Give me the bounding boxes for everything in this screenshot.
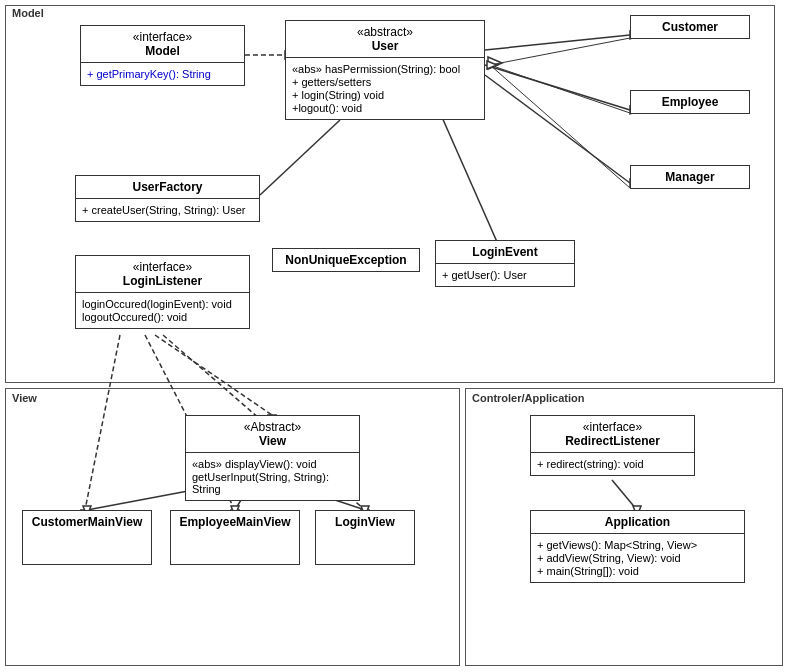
loginlistener-title: LoginListener	[123, 274, 202, 288]
user-method-2: + getters/setters	[292, 76, 478, 88]
model-stereotype: «interface»	[87, 30, 238, 44]
view-method-1: «abs» displayView(): void	[192, 458, 353, 470]
model-region-label: Model	[12, 7, 44, 19]
svg-line-4	[485, 65, 630, 110]
loginlistener-box-title: «interface» LoginListener	[76, 256, 249, 293]
loginlistener-body: loginOccured(loginEvent): void logoutOcc…	[76, 293, 249, 328]
loginevent-title: LoginEvent	[436, 241, 574, 264]
application-method-2: + addView(String, View): void	[537, 552, 738, 564]
diagram: Model View Controler/Application	[0, 0, 791, 672]
svg-line-2	[485, 35, 630, 50]
user-body: «abs» hasPermission(String): bool + gett…	[286, 58, 484, 119]
employeemainview-box: EmployeeMainView	[170, 510, 300, 565]
manager-title: Manager	[631, 166, 749, 188]
redirectlistener-method: + redirect(string): void	[537, 458, 688, 470]
view-box: «Abstract» View «abs» displayView(): voi…	[185, 415, 360, 501]
loginevent-box: LoginEvent + getUser(): User	[435, 240, 575, 287]
model-title: Model	[145, 44, 180, 58]
svg-line-29	[490, 65, 630, 113]
redirectlistener-stereotype: «interface»	[537, 420, 688, 434]
application-method-3: + main(String[]): void	[537, 565, 738, 577]
loginlistener-stereotype: «interface»	[82, 260, 243, 274]
redirectlistener-title: RedirectListener	[565, 434, 660, 448]
svg-line-18	[155, 335, 272, 415]
loginlistener-method-1: loginOccured(loginEvent): void	[82, 298, 243, 310]
customermainview-title: CustomerMainView	[23, 511, 151, 533]
user-method-3: + login(String) void	[292, 89, 478, 101]
manager-box: Manager	[630, 165, 750, 189]
redirectlistener-box: «interface» RedirectListener + redirect(…	[530, 415, 695, 476]
svg-line-6	[485, 75, 630, 183]
user-method-1: «abs» hasPermission(String): bool	[292, 63, 478, 75]
customer-box: Customer	[630, 15, 750, 39]
view-box-title: «Abstract» View	[186, 416, 359, 453]
loginlistener-box: «interface» LoginListener loginOccured(l…	[75, 255, 250, 329]
userfactory-method: + createUser(String, String): User	[82, 204, 253, 216]
svg-line-12	[85, 335, 120, 510]
user-box-title: «abstract» User	[286, 21, 484, 58]
svg-marker-31	[487, 61, 497, 69]
svg-line-28	[490, 38, 630, 65]
loginview-title: LoginView	[316, 511, 414, 533]
view-method-2: getUserInput(String, String): String	[192, 471, 353, 495]
model-box: «interface» Model + getPrimaryKey(): Str…	[80, 25, 245, 86]
svg-marker-8	[488, 57, 502, 69]
model-body: + getPrimaryKey(): String	[81, 63, 244, 85]
loginevent-body: + getUser(): User	[436, 264, 574, 286]
redirectlistener-box-title: «interface» RedirectListener	[531, 416, 694, 453]
view-title: View	[259, 434, 286, 448]
loginlistener-method-2: logoutOccured(): void	[82, 311, 243, 323]
view-body: «abs» displayView(): void getUserInput(S…	[186, 453, 359, 500]
application-title: Application	[531, 511, 744, 534]
user-title: User	[372, 39, 399, 53]
svg-line-26	[612, 480, 637, 510]
customer-title: Customer	[631, 16, 749, 38]
userfactory-box: UserFactory + createUser(String, String)…	[75, 175, 260, 222]
nonunique-title: NonUniqueException	[273, 249, 419, 271]
view-stereotype: «Abstract»	[192, 420, 353, 434]
view-region-label: View	[12, 392, 37, 404]
employee-box: Employee	[630, 90, 750, 114]
application-body: + getViews(): Map<String, View> + addVie…	[531, 534, 744, 582]
customermainview-box: CustomerMainView	[22, 510, 152, 565]
userfactory-body: + createUser(String, String): User	[76, 199, 259, 221]
userfactory-title: UserFactory	[76, 176, 259, 199]
model-method: + getPrimaryKey(): String	[87, 68, 238, 80]
user-stereotype: «abstract»	[292, 25, 478, 39]
employee-title: Employee	[631, 91, 749, 113]
loginevent-method: + getUser(): User	[442, 269, 568, 281]
employeemainview-title: EmployeeMainView	[171, 511, 299, 533]
controller-region-label: Controler/Application	[472, 392, 584, 404]
redirectlistener-body: + redirect(string): void	[531, 453, 694, 475]
svg-line-9	[260, 120, 340, 195]
loginview-box: LoginView	[315, 510, 415, 565]
application-method-1: + getViews(): Map<String, View>	[537, 539, 738, 551]
model-box-title: «interface» Model	[81, 26, 244, 63]
user-box: «abstract» User «abs» hasPermission(Stri…	[285, 20, 485, 120]
application-box: Application + getViews(): Map<String, Vi…	[530, 510, 745, 583]
svg-line-30	[490, 65, 630, 188]
user-method-4: +logout(): void	[292, 102, 478, 114]
nonunique-box: NonUniqueException	[272, 248, 420, 272]
